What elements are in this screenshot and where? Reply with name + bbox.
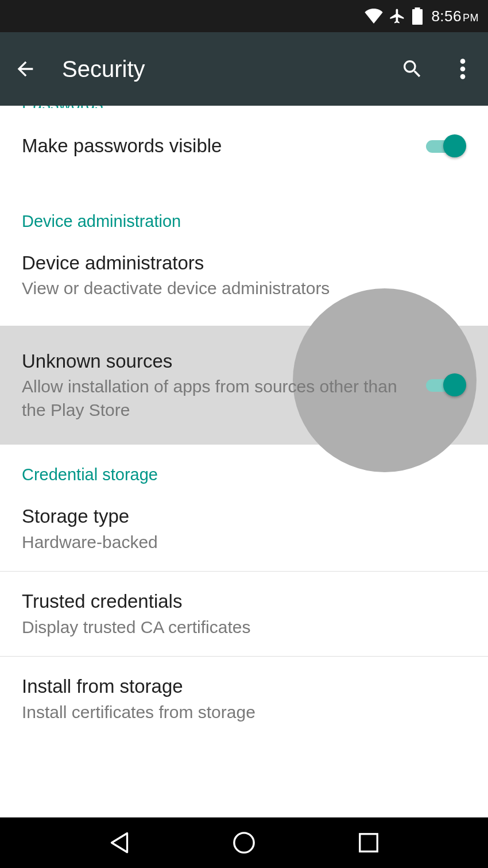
section-device-admin-header: Device administration	[0, 191, 488, 231]
item-title: Trusted credentials	[22, 589, 466, 615]
nav-home-button[interactable]	[228, 827, 260, 859]
search-button[interactable]	[398, 55, 426, 83]
app-bar: Security	[0, 32, 488, 106]
item-make-passwords-visible[interactable]: Make passwords visible	[0, 108, 488, 191]
status-bar: 8:56PM	[0, 0, 488, 32]
status-time: 8:56PM	[431, 7, 479, 25]
switch-unknown-sources[interactable]	[423, 373, 466, 396]
back-button[interactable]	[11, 55, 39, 83]
nav-recent-button[interactable]	[353, 827, 385, 859]
item-title: Unknown sources	[22, 349, 411, 375]
section-credential-header: Credential storage	[0, 445, 488, 484]
more-button[interactable]	[449, 55, 477, 83]
item-subtitle: View or deactivate device administrators	[22, 277, 466, 300]
item-subtitle: Allow installation of apps from sources …	[22, 375, 411, 422]
item-title: Make passwords visible	[22, 133, 411, 159]
content-scroll[interactable]: Passwords Make passwords visible Device …	[0, 106, 488, 817]
item-subtitle: Install certificates from storage	[22, 701, 466, 724]
svg-point-1	[460, 67, 466, 72]
item-device-administrators[interactable]: Device administrators View or deactivate…	[0, 231, 488, 326]
item-subtitle: Hardware-backed	[22, 531, 466, 554]
item-subtitle: Display trusted CA certificates	[22, 616, 466, 639]
battery-icon	[412, 7, 423, 25]
item-storage-type[interactable]: Storage type Hardware-backed	[0, 484, 488, 571]
svg-rect-4	[359, 834, 377, 851]
page-title: Security	[62, 56, 375, 82]
airplane-icon	[389, 7, 406, 25]
navigation-bar	[0, 817, 488, 868]
item-title: Device administrators	[22, 250, 466, 276]
wifi-icon	[365, 9, 383, 24]
item-install-from-storage[interactable]: Install from storage Install certificate…	[0, 657, 488, 741]
svg-point-0	[460, 59, 466, 64]
item-title: Install from storage	[22, 674, 466, 700]
svg-point-3	[234, 833, 254, 852]
item-title: Storage type	[22, 504, 466, 530]
switch-passwords-visible[interactable]	[423, 134, 466, 157]
item-unknown-sources[interactable]: Unknown sources Allow installation of ap…	[0, 326, 488, 445]
svg-point-2	[460, 74, 466, 79]
nav-back-button[interactable]	[103, 827, 135, 859]
item-trusted-credentials[interactable]: Trusted credentials Display trusted CA c…	[0, 572, 488, 656]
